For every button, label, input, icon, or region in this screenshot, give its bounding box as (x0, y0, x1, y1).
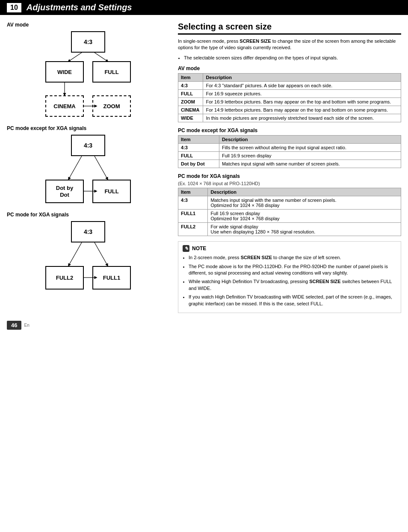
pc-except-xga-table: Item Description 4:3 Fills the screen wi… (178, 135, 401, 168)
intro-text: In single-screen mode, press SCREEN SIZE… (178, 38, 401, 51)
svg-line-0 (69, 53, 82, 61)
pc-xga2-row-43-desc: Matches input signal with the same numbe… (208, 196, 401, 210)
pc-except-xga-heading: PC mode except for XGA signals (7, 125, 169, 131)
av-row-full-desc: For 16:9 squeeze pictures. (203, 90, 401, 98)
note-item-4: If you watch High Definition TV broadcas… (189, 294, 396, 307)
pc-xga-table-heading: PC mode for XGA signals (178, 173, 401, 179)
pc-except-xga-diagram: 4:3 Dot byDot FULL (41, 135, 135, 203)
pc-xga-row-full-desc: Full 16:9 screen display (219, 152, 401, 160)
table-row: WIDE In this mode pictures are progressi… (178, 114, 401, 122)
pc-except-xga-diagram-section: PC mode except for XGA signals 4:3 Dot b… (7, 125, 169, 203)
note-title: NOTE (192, 245, 206, 251)
av-row-43-desc: For 4:3 "standard" pictures. A side bar … (203, 82, 401, 90)
pc-xga2-row-full1-item: FULL1 (178, 210, 208, 223)
bullet-item: The selectable screen sizes differ depen… (184, 55, 401, 61)
av-row-cinema-desc: For 14:9 letterbox pictures. Bars may ap… (203, 106, 401, 114)
pc-xga2-row-full2-desc: For wide signal displayUse when displayi… (208, 223, 401, 236)
av-zoom-box: ZOOM (92, 95, 131, 117)
svg-line-4 (69, 156, 82, 179)
av-col-desc: Description (203, 74, 401, 82)
pc-xga-only-diagram: 4:3 FULL2 FULL1 (41, 221, 135, 290)
pc-xga-43-box: 4:3 (71, 135, 105, 156)
pc-xga-only-heading: PC mode for XGA signals (7, 212, 169, 218)
av-mode-table: Item Description 4:3 For 4:3 "standard" … (178, 73, 401, 122)
av-row-zoom-desc: For 16:9 letterbox pictures. Bars may ap… (203, 98, 401, 106)
av-row-wide-desc: In this mode pictures are progressively … (203, 114, 401, 122)
section-title: Selecting a screen size (178, 22, 401, 35)
pc-xga-row-43-item: 4:3 (178, 144, 219, 152)
page-header: 10 Adjustments and Settings (0, 0, 408, 15)
table-row: 4:3 Matches input signal with the same n… (178, 196, 401, 210)
pc-xga2-row-full1-desc: Full 16:9 screen displayOptimized for 10… (208, 210, 401, 223)
table-row: CINEMA For 14:9 letterbox pictures. Bars… (178, 106, 401, 114)
av-row-full-item: FULL (178, 90, 203, 98)
table-row: FULL Full 16:9 screen display (178, 152, 401, 160)
av-row-wide-item: WIDE (178, 114, 203, 122)
pc-xga-row-full-item: FULL (178, 152, 219, 160)
table-row: FULL For 16:9 squeeze pictures. (178, 90, 401, 98)
pc-xga-table: Item Description 4:3 Matches input signa… (178, 188, 401, 236)
av-43-box: 4:3 (71, 31, 105, 53)
pc-xga2-row-43-item: 4:3 (178, 196, 208, 210)
table-row: ZOOM For 16:9 letterbox pictures. Bars m… (178, 98, 401, 106)
av-full-box: FULL (92, 61, 131, 83)
table-row: 4:3 Fills the screen without altering th… (178, 144, 401, 152)
pc-except-xga-table-heading: PC mode except for XGA signals (178, 127, 401, 133)
pc-xga-col-desc: Description (219, 136, 401, 144)
pc-xga2-col-desc: Description (208, 188, 401, 196)
av-mode-heading: AV mode (7, 22, 169, 28)
note-icon: ✎ (183, 245, 189, 252)
pc-only-full2-box: FULL2 (45, 266, 84, 290)
note-item-3: While watching High Definition TV broadc… (189, 278, 396, 292)
table-row: FULL2 For wide signal displayUse when di… (178, 223, 401, 236)
page-footer: 46 En (0, 317, 408, 333)
av-cinema-box: CINEMA (45, 95, 84, 117)
av-row-43-item: 4:3 (178, 82, 203, 90)
table-row: FULL1 Full 16:9 screen displayOptimized … (178, 210, 401, 223)
pc-xga-full-box: FULL (92, 180, 131, 203)
table-row: Dot by Dot Matches input signal with sam… (178, 160, 401, 168)
note-list: In 2-screen mode, press SCREEN SIZE to c… (183, 254, 396, 307)
page-number: 46 (7, 321, 21, 330)
svg-line-1 (95, 53, 107, 61)
pc-xga-only-diagram-section: PC mode for XGA signals 4:3 FULL2 FULL1 (7, 212, 169, 290)
pc-xga-table-note: (Ex. 1024 × 768 input at PRO-1120HD) (178, 181, 401, 186)
pc-xga-row-43-desc: Fills the screen without altering the in… (219, 144, 401, 152)
note-section: ✎ NOTE In 2-screen mode, press SCREEN SI… (178, 241, 401, 313)
note-item-1: In 2-screen mode, press SCREEN SIZE to c… (189, 254, 396, 261)
pc-xga-dotbydot-box: Dot byDot (45, 180, 84, 203)
chapter-title: Adjustments and Settings (27, 3, 132, 12)
av-mode-diagram-section: AV mode 4:3 WIDE FULL CINEMA (7, 22, 169, 117)
av-row-cinema-item: CINEMA (178, 106, 203, 114)
pc-xga-row-dotbydot-desc: Matches input signal with same number of… (219, 160, 401, 168)
table-row: 4:3 For 4:3 "standard" pictures. A side … (178, 82, 401, 90)
intro-bullets: The selectable screen sizes differ depen… (178, 55, 401, 61)
svg-line-5 (95, 156, 107, 179)
chapter-number: 10 (7, 3, 21, 12)
right-column: Selecting a screen size In single-screen… (178, 22, 401, 313)
note-header: ✎ NOTE (183, 245, 396, 252)
av-wide-box: WIDE (45, 61, 84, 83)
pc-only-43-box: 4:3 (71, 221, 105, 242)
av-mode-diagram: 4:3 WIDE FULL CINEMA ZOOM (41, 31, 135, 117)
page-label: En (24, 323, 29, 328)
av-row-zoom-item: ZOOM (178, 98, 203, 106)
pc-xga2-col-item: Item (178, 188, 208, 196)
left-column: AV mode 4:3 WIDE FULL CINEMA (7, 22, 169, 313)
av-col-item: Item (178, 74, 203, 82)
pc-only-full1-box: FULL1 (92, 266, 131, 290)
av-table-heading: AV mode (178, 65, 401, 71)
svg-line-7 (69, 242, 82, 265)
pc-xga-row-dotbydot-item: Dot by Dot (178, 160, 219, 168)
pc-xga-col-item: Item (178, 136, 219, 144)
pc-xga2-row-full2-item: FULL2 (178, 223, 208, 236)
note-item-2: The PC mode above is for the PRO-1120HD.… (189, 263, 396, 277)
svg-line-8 (95, 242, 107, 265)
